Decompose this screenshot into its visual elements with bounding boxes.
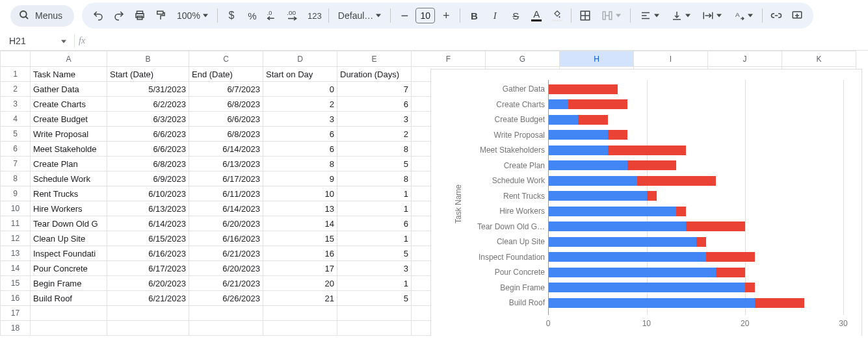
cell[interactable]: 21 xyxy=(263,291,337,306)
cell[interactable]: Create Plan xyxy=(31,157,107,171)
col-header-J[interactable]: J xyxy=(708,51,782,67)
cell[interactable]: Start on Day xyxy=(263,67,337,82)
column-header-row[interactable]: A B C D E F G H I J K xyxy=(1,51,856,67)
cell[interactable]: 6/20/2023 xyxy=(107,276,189,291)
borders-button[interactable] xyxy=(575,6,595,25)
cell[interactable]: Duration (Days) xyxy=(337,67,412,82)
cell[interactable]: 6/6/2023 xyxy=(107,127,189,142)
cell[interactable]: 5 xyxy=(337,157,412,171)
decrease-decimal-button[interactable]: .0 xyxy=(263,6,283,25)
paint-format-button[interactable] xyxy=(151,6,170,25)
cell[interactable]: 6/20/2023 xyxy=(189,261,263,276)
currency-button[interactable]: $ xyxy=(222,6,241,25)
cell[interactable] xyxy=(31,306,107,321)
cell[interactable]: 9 xyxy=(263,171,337,186)
cell[interactable]: 6/15/2023 xyxy=(107,231,189,246)
row-header[interactable]: 2 xyxy=(1,82,31,97)
cell[interactable]: 6 xyxy=(337,97,412,112)
cell[interactable]: 6 xyxy=(263,142,337,157)
row-header[interactable]: 8 xyxy=(1,171,31,186)
decrease-font-size-button[interactable]: − xyxy=(395,6,414,25)
cell[interactable]: 1 xyxy=(337,231,412,246)
cell[interactable]: Clean Up Site xyxy=(31,231,107,246)
cell[interactable]: 6/21/2023 xyxy=(189,276,263,291)
cell[interactable]: 6/14/2023 xyxy=(189,201,263,216)
cell[interactable]: Create Charts xyxy=(31,97,107,112)
text-wrap-button[interactable] xyxy=(697,6,727,25)
cell[interactable]: 6/14/2023 xyxy=(189,142,263,157)
text-rotation-button[interactable]: A xyxy=(728,6,758,25)
cell[interactable]: 2 xyxy=(263,97,337,112)
font-size-input[interactable]: 10 xyxy=(415,8,435,23)
cell[interactable] xyxy=(263,321,337,336)
vertical-align-button[interactable] xyxy=(666,6,696,25)
cell[interactable]: 10 xyxy=(263,186,337,201)
cell[interactable]: 6/21/2023 xyxy=(107,291,189,306)
zoom-dropdown[interactable]: 100% xyxy=(172,6,213,25)
name-box[interactable]: H21 xyxy=(5,36,70,46)
cell[interactable]: 6 xyxy=(337,216,412,231)
cell[interactable]: Start (Date) xyxy=(107,67,189,82)
row-header[interactable]: 15 xyxy=(1,276,31,291)
row-header[interactable]: 10 xyxy=(1,201,31,216)
insert-comment-button[interactable] xyxy=(787,6,807,25)
cell[interactable]: 6/13/2023 xyxy=(189,157,263,171)
cell[interactable]: 5 xyxy=(337,246,412,261)
row-header[interactable]: 3 xyxy=(1,97,31,112)
col-header-I[interactable]: I xyxy=(634,51,708,67)
insert-link-button[interactable] xyxy=(767,6,786,25)
cell[interactable]: 6/17/2023 xyxy=(107,261,189,276)
cell[interactable]: 6 xyxy=(263,127,337,142)
cell[interactable]: 13 xyxy=(263,201,337,216)
cell[interactable]: 6/7/2023 xyxy=(189,82,263,97)
cell[interactable]: 0 xyxy=(263,82,337,97)
cell[interactable]: Meet Stakeholde xyxy=(31,142,107,157)
col-header-F[interactable]: F xyxy=(412,51,486,67)
cell[interactable]: Inspect Foundati xyxy=(31,246,107,261)
cell[interactable] xyxy=(337,306,412,321)
cell[interactable]: 6/2/2023 xyxy=(107,97,189,112)
col-header-D[interactable]: D xyxy=(263,51,337,67)
row-header[interactable]: 4 xyxy=(1,112,31,127)
cell[interactable]: Tear Down Old G xyxy=(31,216,107,231)
row-header[interactable]: 6 xyxy=(1,142,31,157)
merge-cells-button[interactable] xyxy=(596,6,626,25)
cell[interactable]: 6/6/2023 xyxy=(107,142,189,157)
cell[interactable]: 5/31/2023 xyxy=(107,82,189,97)
cell[interactable]: 6/11/2023 xyxy=(189,186,263,201)
strikethrough-button[interactable]: S xyxy=(506,6,525,25)
row-header[interactable]: 1 xyxy=(1,67,31,82)
horizontal-align-button[interactable] xyxy=(635,6,664,25)
bold-button[interactable]: B xyxy=(464,6,484,25)
cell[interactable]: Build Roof xyxy=(31,291,107,306)
col-header-H[interactable]: H xyxy=(560,51,634,67)
more-formats-button[interactable]: 123 xyxy=(305,6,324,25)
gantt-chart[interactable]: Task Name Gather DataCreate ChartsCreate… xyxy=(430,69,862,336)
cell[interactable]: Write Proposal xyxy=(31,127,107,142)
cell[interactable] xyxy=(189,321,263,336)
cell[interactable]: 8 xyxy=(337,171,412,186)
print-button[interactable] xyxy=(130,6,150,25)
cell[interactable]: Hire Workers xyxy=(31,201,107,216)
cell[interactable]: 2 xyxy=(337,127,412,142)
cell[interactable] xyxy=(107,306,189,321)
cell[interactable]: 6/10/2023 xyxy=(107,186,189,201)
cell[interactable]: 3 xyxy=(337,112,412,127)
cell[interactable]: 1 xyxy=(337,186,412,201)
cell[interactable]: Task Name xyxy=(31,67,107,82)
row-header[interactable]: 11 xyxy=(1,216,31,231)
percent-button[interactable]: % xyxy=(243,6,262,25)
cell[interactable]: 6/20/2023 xyxy=(189,216,263,231)
cell[interactable]: Pour Concrete xyxy=(31,261,107,276)
col-header-A[interactable]: A xyxy=(31,51,107,67)
cell[interactable]: 20 xyxy=(263,276,337,291)
cell[interactable]: 6/13/2023 xyxy=(107,201,189,216)
cell[interactable]: 6/16/2023 xyxy=(107,246,189,261)
cell[interactable]: Schedule Work xyxy=(31,171,107,186)
increase-decimal-button[interactable]: .00 xyxy=(284,6,304,25)
cell[interactable]: 5 xyxy=(337,291,412,306)
cell[interactable]: End (Date) xyxy=(189,67,263,82)
cell[interactable]: 6/3/2023 xyxy=(107,112,189,127)
increase-font-size-button[interactable]: + xyxy=(436,6,456,25)
col-header-C[interactable]: C xyxy=(189,51,263,67)
